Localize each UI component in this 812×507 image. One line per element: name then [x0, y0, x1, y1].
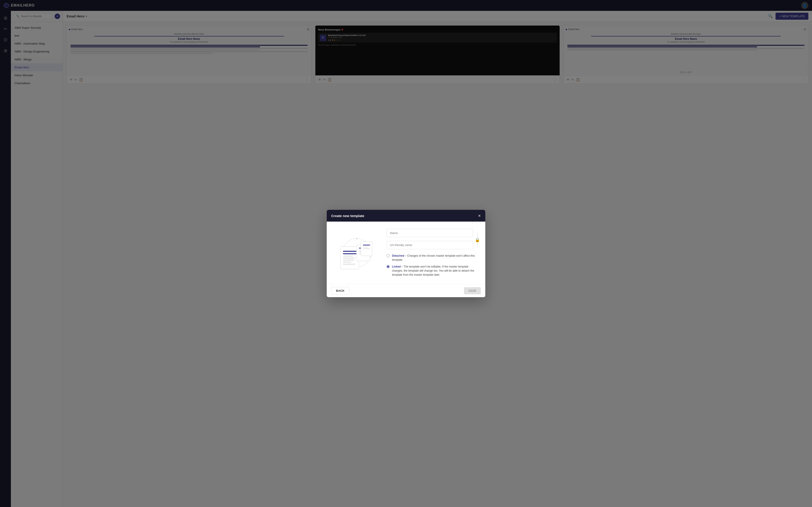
lock-icon: 🔒	[475, 237, 480, 242]
illustration-svg	[335, 232, 375, 273]
radio-linked-item: Linked – The template won't be editable.…	[387, 265, 480, 277]
radio-linked[interactable]	[387, 265, 390, 268]
svg-rect-12	[343, 262, 351, 263]
radio-detached-label: Detached – Changes of the chosen master …	[392, 254, 480, 262]
radio-detached[interactable]	[387, 254, 390, 257]
svg-rect-10	[343, 258, 355, 259]
modal-body: 🔒 Detached – Changes of the chosen maste…	[327, 222, 485, 284]
back-button[interactable]: BACK	[331, 287, 349, 294]
modal-footer: BACK SAVE	[327, 284, 485, 297]
svg-rect-11	[343, 260, 354, 261]
svg-rect-22	[363, 248, 370, 249]
svg-rect-13	[343, 264, 355, 265]
url-input[interactable]	[387, 241, 473, 249]
svg-point-3	[356, 238, 358, 239]
radio-detached-item: Detached – Changes of the chosen master …	[387, 254, 480, 262]
svg-rect-21	[363, 247, 368, 247]
radio-group: Detached – Changes of the chosen master …	[387, 254, 480, 277]
modal-form: 🔒 Detached – Changes of the chosen maste…	[387, 229, 480, 277]
modal-header: Create new template ×	[327, 210, 485, 222]
create-template-modal: Create new template ×	[327, 210, 485, 297]
save-button[interactable]: SAVE	[464, 287, 481, 294]
modal-illustration	[332, 229, 377, 277]
svg-rect-8	[343, 253, 356, 255]
svg-rect-9	[343, 256, 353, 257]
svg-rect-20	[363, 245, 370, 245]
modal-overlay[interactable]: Create new template ×	[0, 0, 812, 507]
name-input[interactable]	[387, 229, 473, 237]
svg-rect-7	[343, 251, 356, 252]
modal-title: Create new template	[331, 214, 364, 218]
lock-connector: 🔒	[475, 229, 480, 249]
radio-linked-label: Linked – The template won't be editable.…	[392, 265, 480, 277]
modal-close-button[interactable]: ×	[478, 214, 481, 218]
